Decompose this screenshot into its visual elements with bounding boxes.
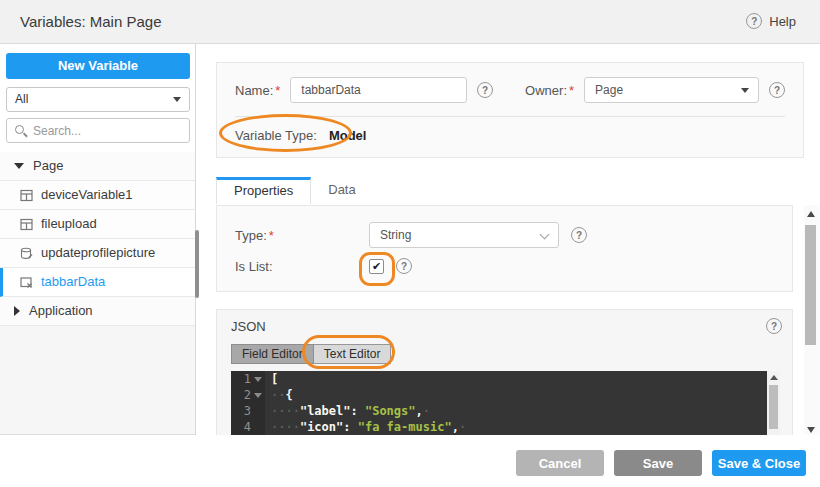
- tree-item-fileupload[interactable]: fileupload: [0, 210, 195, 239]
- line-number: 3: [231, 403, 251, 419]
- caret-down-icon: [173, 97, 181, 102]
- owner-select[interactable]: Page: [584, 77, 759, 103]
- chevron-down-icon: [540, 230, 550, 240]
- field-editor-button[interactable]: Field Editor: [231, 344, 314, 364]
- search-icon: [15, 125, 24, 134]
- line-number: 1: [231, 371, 251, 387]
- help-link[interactable]: ? Help: [746, 13, 796, 29]
- fold-arrow-icon[interactable]: [254, 393, 262, 398]
- tree-item-updateprofilepicture[interactable]: updateprofilepicture: [0, 239, 195, 268]
- editor-mode-toggle: Field EditorText Editor: [231, 344, 391, 364]
- tab-properties[interactable]: Properties: [216, 177, 311, 204]
- device-variable-icon: [20, 218, 33, 231]
- variable-type-label: Variable Type:: [235, 128, 317, 143]
- editor-scrollbar-thumb[interactable]: [769, 385, 778, 429]
- json-text-editor[interactable]: 1[2··{3····"label": "Songs",·4····"icon"…: [231, 371, 780, 435]
- scroll-down-icon[interactable]: [807, 427, 815, 433]
- tree-label: deviceVariable1: [41, 181, 133, 209]
- text-editor-button[interactable]: Text Editor: [314, 344, 392, 364]
- search-box: [6, 118, 190, 143]
- variable-summary-panel: Name:* ? Owner:* Page ? Variable Type: M…: [216, 62, 804, 158]
- triangle-collapsed-icon[interactable]: [14, 306, 20, 316]
- variable-type-value: Model: [329, 128, 367, 143]
- save-close-button[interactable]: Save & Close: [712, 450, 806, 476]
- page-title: Variables: Main Page: [20, 13, 161, 30]
- dialog-footer: CancelSaveSave & Close: [0, 435, 820, 487]
- scroll-up-icon[interactable]: [807, 211, 815, 217]
- code-text: ····"icon": "fa fa-music",·: [271, 419, 466, 435]
- type-select[interactable]: String: [369, 222, 559, 248]
- service-variable-icon: [20, 247, 33, 260]
- properties-panel: Type:* String ? Is List: ✔ ?: [216, 205, 793, 292]
- line-number: 4: [231, 419, 251, 435]
- variable-tree: PagedeviceVariable1fileuploadupdateprofi…: [0, 152, 195, 326]
- search-input[interactable]: [33, 120, 183, 141]
- device-variable-icon: [20, 189, 33, 202]
- sidebar-filler: [0, 326, 195, 435]
- help-icon: ?: [746, 13, 762, 29]
- dialog-header: Variables: Main Page ? Help: [0, 0, 820, 44]
- required-marker: *: [269, 228, 274, 243]
- code-text: ··{: [271, 387, 293, 403]
- tree-label: fileupload: [41, 210, 97, 238]
- is-list-label: Is List:: [235, 259, 369, 274]
- caret-down-icon: [741, 88, 749, 93]
- scroll-up-icon[interactable]: [770, 375, 778, 380]
- type-value: String: [380, 228, 411, 242]
- line-number: 2: [231, 387, 251, 403]
- name-help-icon[interactable]: ?: [477, 82, 493, 98]
- tree-group-page[interactable]: Page: [0, 152, 195, 181]
- is-list-checkbox[interactable]: ✔: [369, 259, 384, 274]
- code-line: 2··{: [231, 387, 780, 403]
- is-list-help-icon[interactable]: ?: [396, 258, 412, 274]
- json-section-title: JSON: [231, 319, 266, 334]
- code-line: 3····"label": "Songs",·: [231, 403, 780, 419]
- code-line: 4····"icon": "fa fa-music",·: [231, 419, 780, 435]
- model-variable-icon: [20, 276, 33, 289]
- name-label: Name:*: [235, 83, 280, 98]
- required-marker: *: [275, 83, 280, 98]
- content-scrollbar-thumb[interactable]: [805, 225, 816, 345]
- type-label: Type:*: [235, 228, 369, 243]
- variables-sidebar: New Variable All PagedeviceVariable1file…: [0, 44, 196, 435]
- code-text: [: [271, 371, 278, 387]
- variables-dialog: Variables: Main Page ? Help New Variable…: [0, 0, 820, 487]
- tree-item-devicevariable1[interactable]: deviceVariable1: [0, 181, 195, 210]
- variable-detail-main: Name:* ? Owner:* Page ? Variable Type: M…: [196, 44, 820, 435]
- fold-arrow-icon[interactable]: [254, 377, 262, 382]
- tab-data[interactable]: Data: [311, 177, 372, 204]
- variable-filter-select[interactable]: All: [6, 87, 190, 112]
- json-panel: JSON ? Field EditorText Editor 1[2··{3··…: [216, 309, 793, 435]
- tree-label: tabbarData: [41, 268, 105, 296]
- new-variable-button[interactable]: New Variable: [6, 53, 190, 79]
- cancel-button[interactable]: Cancel: [516, 450, 604, 476]
- required-marker: *: [569, 83, 574, 98]
- save-button[interactable]: Save: [614, 450, 702, 476]
- owner-value: Page: [595, 83, 623, 97]
- triangle-expanded-icon[interactable]: [14, 163, 24, 169]
- code-line: 1[: [231, 371, 780, 387]
- detail-tabs: PropertiesData: [216, 177, 373, 204]
- code-text: ····"label": "Songs",·: [271, 403, 430, 419]
- variable-filter-value: All: [15, 92, 28, 106]
- editor-code: 1[2··{3····"label": "Songs",·4····"icon"…: [231, 371, 780, 435]
- type-help-icon[interactable]: ?: [571, 227, 587, 243]
- tree-label: Page: [33, 152, 63, 180]
- name-field[interactable]: [290, 77, 467, 103]
- tree-label: updateprofilepicture: [41, 239, 155, 267]
- sidebar-scrollbar[interactable]: [195, 230, 199, 298]
- owner-label: Owner:*: [525, 83, 574, 98]
- tree-label: Application: [29, 297, 93, 325]
- help-label: Help: [769, 14, 796, 29]
- tree-item-tabbardata[interactable]: tabbarData: [0, 268, 195, 297]
- json-help-icon[interactable]: ?: [766, 318, 782, 334]
- owner-help-icon[interactable]: ?: [769, 82, 785, 98]
- content-scrollbar[interactable]: [804, 205, 819, 435]
- editor-scrollbar[interactable]: [767, 371, 780, 435]
- tree-group-application[interactable]: Application: [0, 297, 195, 326]
